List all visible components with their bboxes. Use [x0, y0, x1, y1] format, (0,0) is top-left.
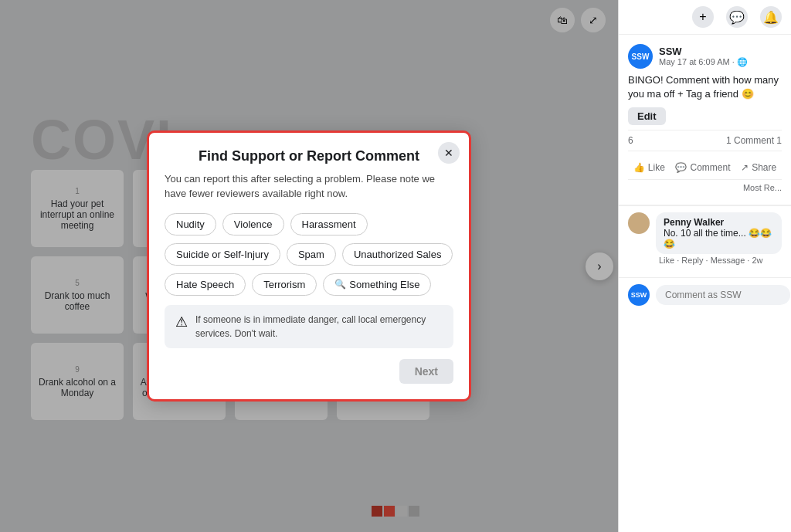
tag-suicide[interactable]: Suicide or Self-Injury: [165, 243, 280, 266]
ssw-name: SSW: [659, 46, 748, 57]
ssw-header: SSW SSW May 17 at 6:09 AM · 🌐: [628, 44, 782, 69]
like-icon: 👍: [633, 162, 645, 173]
modal-close-button[interactable]: ✕: [438, 142, 460, 164]
comments-count: 1 Comment 1: [726, 135, 782, 146]
most-recent: Most Re...: [628, 180, 782, 195]
comment-button[interactable]: 💬 Comment: [670, 159, 735, 176]
right-sidebar: + 💬 🔔 SSW SSW May 17 at 6:09 AM · 🌐 BING…: [618, 0, 791, 532]
comment-input-avatar: SSW: [628, 284, 650, 306]
next-button[interactable]: Next: [399, 359, 453, 384]
comment-input[interactable]: [656, 285, 790, 305]
comment-actions: Like · Reply · Message · 2w: [656, 256, 782, 265]
post-stats: 6 1 Comment 1: [628, 130, 782, 151]
share-icon: ↗: [741, 162, 749, 173]
messenger-icon[interactable]: 💬: [726, 6, 748, 28]
ssw-avatar: SSW: [628, 44, 653, 69]
warning-text: If someone is in immediate danger, call …: [195, 313, 443, 341]
tag-unauthorized-sales[interactable]: Unauthorized Sales: [342, 243, 453, 266]
comment-bubble: Penny Walker No. 10 all the time... 😂😂😂: [656, 212, 782, 254]
comment-section: Penny Walker No. 10 all the time... 😂😂😂 …: [619, 205, 791, 277]
warning-box: ⚠ If someone is in immediate danger, cal…: [165, 305, 453, 348]
plus-icon[interactable]: +: [692, 6, 714, 28]
tag-harassment[interactable]: Harassment: [290, 213, 368, 236]
like-button[interactable]: 👍 Like: [629, 159, 670, 176]
search-icon: 🔍: [334, 279, 346, 290]
warning-icon: ⚠: [175, 313, 188, 330]
reactions-count: 6: [628, 135, 633, 146]
tag-nudity[interactable]: Nudity: [165, 213, 216, 236]
comment-user: Penny Walker No. 10 all the time... 😂😂😂 …: [628, 212, 782, 265]
comment-text: No. 10 all the time... 😂😂😂: [664, 228, 774, 249]
tag-spam[interactable]: Spam: [287, 243, 336, 266]
tags-row-3: Hate Speech Terrorism 🔍 Something Else: [165, 273, 453, 296]
bell-icon[interactable]: 🔔: [760, 6, 782, 28]
tags-row-2: Suicide or Self-Injury Spam Unauthorized…: [165, 243, 453, 266]
ssw-post-body: BINGO! Comment with how many you ma off …: [628, 73, 782, 101]
tags-row-1: Nudity Violence Harassment: [165, 213, 453, 236]
modal-overlay: Find Support or Report Comment ✕ You can…: [0, 0, 618, 532]
comment-meta: Like · Reply · Message · 2w: [659, 256, 763, 265]
tag-something-else[interactable]: 🔍 Something Else: [323, 273, 431, 296]
modal-title: Find Support or Report Comment: [165, 148, 453, 164]
sidebar-top-bar: + 💬 🔔: [619, 0, 791, 35]
ssw-post: SSW SSW May 17 at 6:09 AM · 🌐 BINGO! Com…: [619, 35, 791, 205]
tag-terrorism[interactable]: Terrorism: [252, 273, 317, 296]
edit-button[interactable]: Edit: [628, 107, 666, 125]
comment-input-row: SSW 😊 🎞 🙂: [619, 277, 791, 312]
commenter-name: Penny Walker: [664, 217, 774, 228]
modal-footer: Next: [165, 359, 453, 384]
post-actions: 👍 Like 💬 Comment ↗ Share: [628, 156, 782, 180]
ssw-meta: May 17 at 6:09 AM · 🌐: [659, 57, 748, 67]
modal-description: You can report this after selecting a pr…: [165, 172, 453, 200]
tag-hate-speech[interactable]: Hate Speech: [165, 273, 246, 296]
comment-icon: 💬: [675, 162, 687, 173]
report-modal: Find Support or Report Comment ✕ You can…: [147, 130, 471, 401]
comment-avatar: [628, 212, 650, 234]
tag-violence[interactable]: Violence: [222, 213, 284, 236]
share-button[interactable]: ↗ Share: [736, 159, 781, 176]
